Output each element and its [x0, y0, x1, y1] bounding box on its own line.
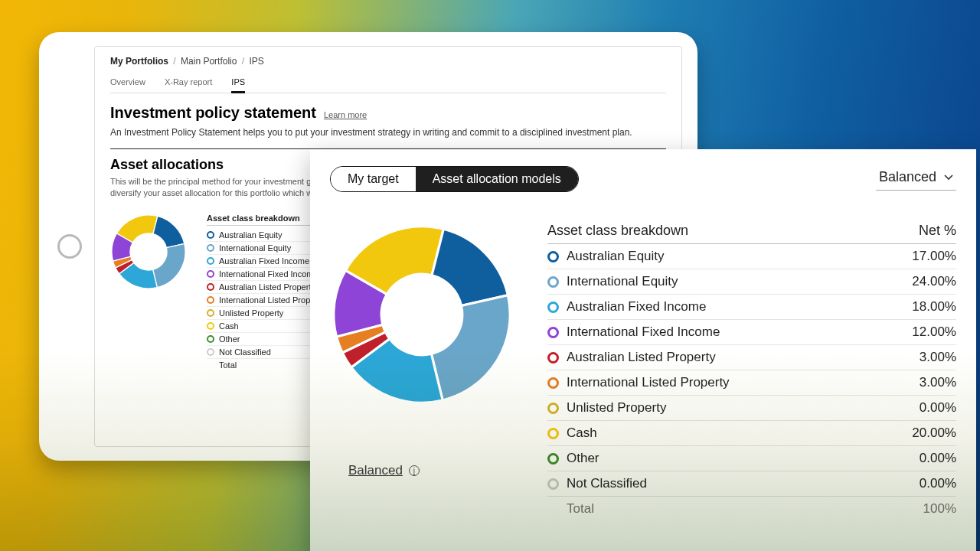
table-row: International Listed Property3.00% [547, 370, 956, 396]
legend-swatch [547, 478, 559, 490]
learn-more-link[interactable]: Learn more [324, 110, 367, 119]
table-row: Australian Listed Property3.00% [547, 345, 956, 370]
balanced-footer-link[interactable]: Balanced i [348, 463, 420, 478]
breadcrumb[interactable]: My Portfolios / Main Portfolio / IPS [110, 56, 666, 67]
segmented-control: My target Asset allocation models [330, 166, 579, 192]
legend-swatch [207, 335, 214, 343]
table-header-left: Asset class breakdown [547, 223, 688, 239]
tablet-home-button[interactable] [57, 234, 82, 259]
legend-swatch [547, 377, 559, 389]
mini-legend-row: Australian Equity [207, 229, 325, 242]
legend-label: International Listed Property [219, 295, 325, 305]
balanced-footer-label: Balanced [348, 463, 403, 478]
model-dropdown-label: Balanced [879, 169, 936, 185]
legend-label: Not Classified [219, 347, 271, 357]
table-row: Not Classified0.00% [547, 471, 956, 497]
info-icon[interactable]: i [409, 465, 420, 476]
legend-swatch [207, 309, 214, 317]
table-total-row: Total100% [547, 497, 956, 521]
legend-swatch [207, 270, 214, 278]
breadcrumb-sep: / [171, 56, 178, 67]
legend-swatch [207, 348, 214, 356]
mini-legend-header: Asset class breakdown [207, 214, 325, 226]
mini-legend-row: International Fixed Income [207, 268, 325, 281]
legend-label: Other [219, 334, 240, 344]
legend-swatch [547, 453, 559, 465]
legend-swatch [547, 327, 559, 338]
asset-value: 17.00% [912, 249, 956, 264]
tab-overview[interactable]: Overview [110, 73, 145, 93]
page-description: An Investment Policy Statement helps you… [110, 126, 666, 139]
asset-value: 18.00% [912, 299, 956, 315]
mini-legend-row: Not Classified [207, 346, 325, 359]
table-row: International Equity24.00% [547, 269, 956, 295]
mini-legend-row: International Listed Property [207, 294, 325, 307]
legend-label: International Equity [219, 243, 291, 253]
mini-legend-row: Unlisted Property [207, 307, 325, 320]
legend-swatch [207, 257, 214, 265]
asset-breakdown-table: Asset class breakdown Net % Australian E… [547, 223, 956, 521]
table-row: Other0.00% [547, 446, 956, 471]
breadcrumb-sep: / [240, 56, 247, 67]
legend-label: International Fixed Income [219, 269, 318, 279]
legend-label: Cash [219, 321, 239, 331]
asset-value: 24.00% [912, 274, 956, 289]
asset-name: Unlisted Property [567, 400, 666, 416]
legend-swatch [207, 296, 214, 304]
asset-name: Australian Listed Property [567, 350, 716, 365]
asset-name: Cash [567, 425, 597, 441]
asset-name: International Equity [567, 274, 678, 289]
mini-legend-row: Australian Fixed Income [207, 255, 325, 268]
asset-name: International Fixed Income [567, 324, 720, 340]
legend-label: Unlisted Property [219, 308, 283, 318]
asset-donut-chart [330, 223, 514, 406]
asset-allocation-panel: My target Asset allocation models Balanc… [310, 149, 976, 551]
legend-swatch [547, 428, 559, 439]
legend-swatch [207, 322, 214, 330]
asset-value: 0.00% [920, 476, 956, 491]
legend-swatch [207, 231, 214, 239]
page-title: Investment policy statement [110, 104, 316, 122]
table-row: Australian Equity17.00% [547, 244, 956, 269]
tab-xray[interactable]: X-Ray report [165, 73, 212, 93]
asset-name: Not Classified [567, 476, 647, 491]
legend-swatch [547, 276, 559, 288]
legend-label: Australian Listed Property [219, 282, 315, 292]
asset-name: Australian Fixed Income [567, 299, 706, 315]
legend-swatch [207, 283, 214, 291]
mini-legend-total: Total [207, 359, 325, 371]
table-header-right: Net % [919, 223, 956, 239]
asset-value: 0.00% [920, 451, 956, 466]
table-row: Unlisted Property0.00% [547, 396, 956, 421]
chevron-down-icon [944, 174, 953, 181]
table-row: Australian Fixed Income18.00% [547, 295, 956, 320]
legend-swatch [547, 352, 559, 364]
seg-asset-models[interactable]: Asset allocation models [416, 167, 578, 191]
legend-swatch [207, 244, 214, 252]
asset-name: Australian Equity [567, 249, 665, 264]
asset-value: 3.00% [920, 350, 956, 365]
table-row: International Fixed Income12.00% [547, 320, 956, 345]
mini-legend: Asset class breakdown Australian EquityI… [207, 214, 325, 371]
asset-value: 0.00% [920, 400, 956, 416]
breadcrumb-3[interactable]: IPS [249, 56, 263, 67]
legend-swatch [547, 403, 559, 414]
seg-my-target[interactable]: My target [331, 167, 416, 191]
mini-legend-row: International Equity [207, 242, 325, 255]
legend-swatch [547, 251, 559, 262]
mini-legend-row: Cash [207, 320, 325, 333]
asset-value: 3.00% [920, 375, 956, 390]
asset-name: International Listed Property [567, 375, 730, 390]
asset-value: 20.00% [912, 425, 956, 441]
mini-legend-row: Other [207, 333, 325, 346]
model-dropdown[interactable]: Balanced [876, 168, 956, 191]
asset-value: 12.00% [912, 324, 956, 340]
legend-swatch [547, 302, 559, 313]
tab-ips[interactable]: IPS [231, 73, 245, 93]
subtabs: Overview X-Ray report IPS [110, 73, 666, 93]
mini-legend-row: Australian Listed Property [207, 281, 325, 294]
breadcrumb-2[interactable]: Main Portfolio [181, 56, 237, 67]
table-row: Cash20.00% [547, 421, 956, 446]
breadcrumb-1[interactable]: My Portfolios [110, 56, 168, 67]
legend-label: Australian Equity [219, 230, 283, 240]
